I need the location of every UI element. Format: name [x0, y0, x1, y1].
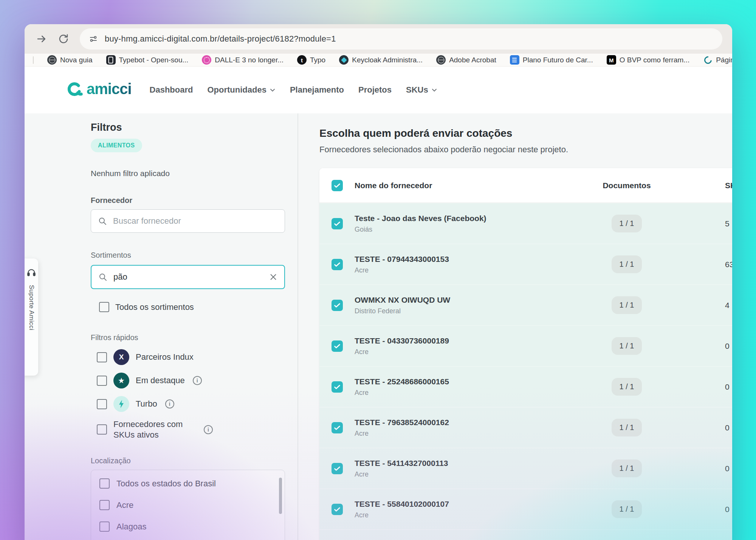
headset-icon — [26, 268, 36, 277]
support-tab-label: Suporte Amicci — [28, 285, 35, 330]
quick-filter-option[interactable]: Parceiros Indux — [91, 349, 285, 365]
table-row[interactable]: TESTE - 11001107000170 — [319, 529, 732, 540]
brand-name: amicci — [87, 80, 132, 100]
nav-projetos[interactable]: Projetos — [358, 85, 392, 95]
scrollbar-thumb[interactable] — [279, 478, 282, 514]
state-option[interactable]: Acre — [99, 500, 277, 510]
checkbox-unchecked[interactable] — [99, 478, 110, 489]
table-row[interactable]: OWMKX NX OIWUQD UW Distrito Federal 1 / … — [319, 285, 732, 325]
bookmark-favicon — [202, 55, 211, 65]
table-row[interactable]: TESTE - 55840102000107 Acre 1 / 1 0 — [319, 489, 732, 529]
checkbox-unchecked[interactable] — [97, 399, 107, 409]
bookmark-item[interactable]: Plano Futuro de Car... — [510, 55, 593, 65]
bookmark-label: Nova guia — [60, 56, 93, 64]
check-icon — [333, 383, 341, 391]
state-label: Todos os estados do Brasil — [116, 479, 216, 489]
documents-badge: 1 / 1 — [612, 378, 642, 396]
row-checkbox-checked[interactable] — [332, 463, 343, 474]
state-option[interactable]: Alagoas — [99, 521, 277, 532]
reload-icon[interactable] — [58, 33, 69, 45]
state-label: Alagoas — [116, 522, 147, 532]
documents-badge: 1 / 1 — [612, 296, 642, 314]
row-checkbox-checked[interactable] — [332, 340, 343, 352]
bookmark-item[interactable]: Adobe Acrobat — [436, 55, 496, 65]
checkbox-unchecked[interactable] — [97, 424, 107, 435]
documents-badge: 1 / 1 — [612, 255, 642, 273]
bookmark-item[interactable]: Página inicial – Ami... — [703, 55, 732, 65]
skus-count: 0 — [687, 342, 732, 351]
skus-count: 0 — [687, 382, 732, 391]
supplier-location: Acre — [355, 511, 566, 519]
nav-skus[interactable]: SKUs — [406, 85, 437, 95]
table-row[interactable]: TESTE - 54114327000113 Acre 1 / 1 0 — [319, 448, 732, 489]
quick-filter-option[interactable]: Turbo — [91, 396, 285, 412]
nav-dashboard[interactable]: Dashboard — [150, 85, 193, 95]
checkbox-unchecked[interactable] — [97, 352, 107, 362]
site-settings-icon[interactable] — [89, 34, 98, 43]
clear-search-icon[interactable] — [269, 273, 277, 281]
row-checkbox-checked[interactable] — [332, 422, 343, 433]
documents-cell: 1 / 1 — [612, 500, 642, 518]
bookmark-item[interactable]: Keycloak Administra... — [339, 55, 423, 65]
row-checkbox-checked[interactable] — [332, 504, 343, 515]
bookmark-favicon — [339, 55, 349, 65]
documents-cell: 1 / 1 — [612, 215, 642, 232]
table-row[interactable]: Teste - Joao das Neves (Facebook) Goiás … — [319, 203, 732, 244]
skus-count: 5 — [687, 219, 732, 228]
state-option[interactable]: Todos os estados do Brasil — [99, 478, 277, 489]
supplier-cell: TESTE - 07944343000153 Acre — [355, 255, 566, 274]
row-checkbox-checked[interactable] — [332, 218, 343, 229]
table-row[interactable]: TESTE - 04330736000189 Acre 1 / 1 0 — [319, 325, 732, 366]
amicci-logo[interactable]: amicci — [65, 80, 132, 100]
bookmark-favicon — [106, 55, 116, 65]
documents-cell: 1 / 1 — [612, 296, 642, 314]
documents-badge: 1 / 1 — [612, 337, 642, 355]
row-checkbox-checked[interactable] — [332, 259, 343, 270]
main-panel: Escolha quem poderá enviar cotações Forn… — [319, 113, 732, 540]
table-row[interactable]: TESTE - 25248686000165 Acre 1 / 1 0 — [319, 366, 732, 407]
table-row[interactable]: TESTE - 07944343000153 Acre 1 / 1 63 — [319, 244, 732, 285]
supplier-name: TESTE - 25248686000165 — [355, 377, 566, 386]
bookmark-item[interactable]: DALL-E 3 no longer... — [202, 55, 284, 65]
supplier-cell: TESTE - 25248686000165 Acre — [355, 377, 566, 397]
address-bar[interactable]: buy-hmg.amicci-digital.com.br/details-pr… — [80, 28, 722, 50]
checkbox-unchecked[interactable] — [99, 302, 109, 312]
bookmarks-separator — [33, 56, 34, 64]
info-icon[interactable] — [204, 425, 213, 434]
bookmark-item[interactable]: Nova guia — [47, 55, 93, 65]
checkbox-unchecked[interactable] — [97, 376, 107, 386]
todos-sortimentos-label: Todos os sortimentos — [115, 302, 194, 312]
todos-sortimentos-option[interactable]: Todos os sortimentos — [91, 302, 285, 312]
fornecedor-search-input[interactable]: Buscar fornecedor — [91, 209, 285, 233]
bookmark-item[interactable]: Typo — [297, 55, 325, 65]
header-nome: Nome do fornecedor — [355, 181, 566, 190]
sortimentos-label: Sortimentos — [91, 251, 285, 260]
checkbox-unchecked[interactable] — [99, 521, 110, 532]
select-all-checkbox[interactable] — [332, 180, 343, 191]
info-icon[interactable] — [193, 376, 202, 385]
row-checkbox-checked[interactable] — [332, 381, 343, 393]
info-icon[interactable] — [165, 399, 174, 408]
bookmark-label: Typebot - Open-sou... — [119, 56, 189, 64]
supplier-cell: TESTE - 04330736000189 Acre — [355, 336, 566, 356]
bookmark-item[interactable]: Typebot - Open-sou... — [106, 55, 189, 65]
sortimentos-search-input[interactable]: pão — [91, 265, 285, 289]
check-icon — [333, 301, 341, 309]
header-skus: SKUs — [687, 181, 732, 190]
skus-count: 0 — [687, 464, 732, 473]
nav-oportunidades[interactable]: Oportunidades — [207, 85, 275, 95]
forward-icon[interactable] — [36, 33, 47, 45]
nav-planejamento[interactable]: Planejamento — [290, 85, 344, 95]
checkbox-unchecked[interactable] — [99, 500, 110, 510]
category-badge[interactable]: ALIMENTOS — [91, 139, 142, 152]
chevron-down-icon — [431, 87, 437, 93]
table-row[interactable]: TESTE - 79638524000162 Acre 1 / 1 0 — [319, 407, 732, 448]
quick-filter-option[interactable]: Fornecedores com SKUs ativos — [91, 419, 285, 440]
quick-filter-label: Parceiros Indux — [136, 352, 194, 362]
bookmark-label: O BVP como ferram... — [620, 56, 689, 64]
support-tab[interactable]: Suporte Amicci — [25, 258, 38, 376]
bookmark-item[interactable]: O BVP como ferram... — [607, 55, 689, 65]
check-icon — [333, 424, 341, 432]
quick-filter-option[interactable]: Em destaque — [91, 372, 285, 389]
row-checkbox-checked[interactable] — [332, 300, 343, 311]
